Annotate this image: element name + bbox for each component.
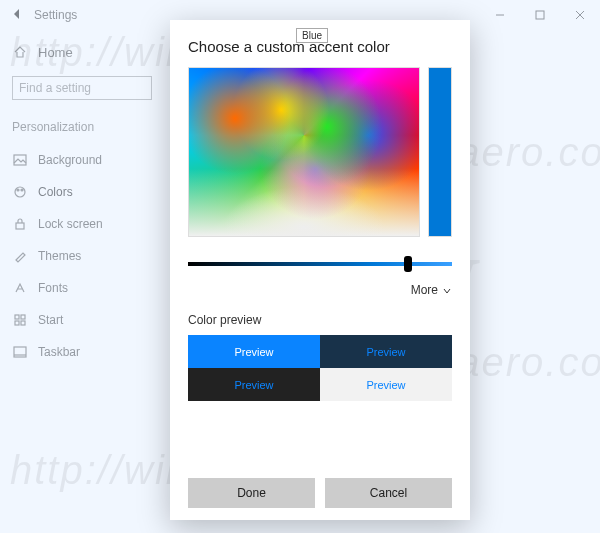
hue-slider[interactable] — [428, 67, 452, 237]
color-picker-dialog: Choose a custom accent color More Color … — [170, 20, 470, 520]
value-track — [188, 262, 452, 266]
value-slider[interactable] — [188, 255, 452, 273]
more-label: More — [411, 283, 438, 297]
preview-tile-2: Preview — [320, 335, 452, 368]
done-button[interactable]: Done — [188, 478, 315, 508]
chevron-down-icon — [442, 285, 452, 295]
preview-tile-3: Preview — [188, 368, 320, 401]
more-toggle[interactable]: More — [188, 283, 452, 297]
color-field[interactable] — [188, 67, 420, 237]
color-tooltip: Blue — [296, 28, 328, 43]
preview-label: Color preview — [188, 313, 452, 327]
preview-grid: Preview Preview Preview Preview — [188, 335, 452, 401]
value-thumb[interactable] — [404, 256, 412, 272]
preview-tile-4: Preview — [320, 368, 452, 401]
cancel-button[interactable]: Cancel — [325, 478, 452, 508]
preview-tile-1: Preview — [188, 335, 320, 368]
